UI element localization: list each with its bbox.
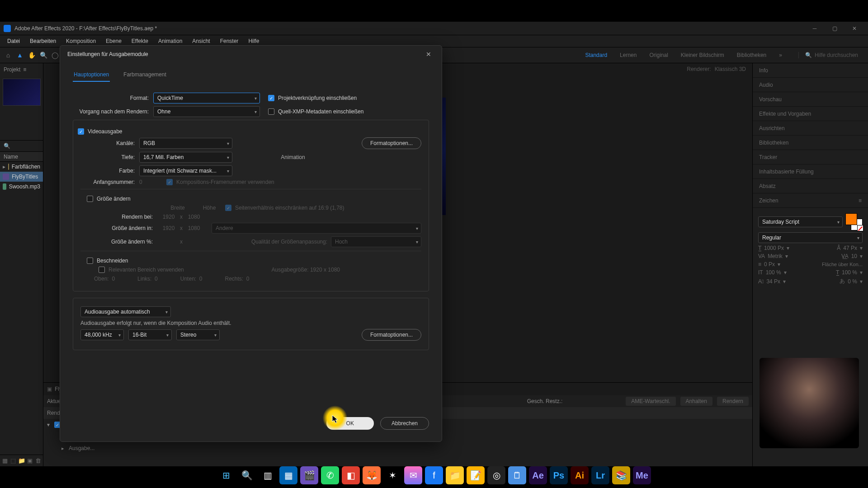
menu-ebene[interactable]: Ebene bbox=[101, 36, 126, 46]
new-folder-icon[interactable]: 📁 bbox=[18, 457, 25, 464]
menu-animation[interactable]: Animation bbox=[154, 36, 187, 46]
illustrator-icon[interactable]: Ai bbox=[571, 466, 589, 484]
menu-bearbeiten[interactable]: Bearbeiten bbox=[25, 36, 61, 46]
project-tab[interactable]: Projekt bbox=[4, 66, 20, 73]
panel-menu-icon[interactable]: ≡ bbox=[859, 197, 862, 204]
resize-checkbox[interactable] bbox=[87, 196, 93, 202]
renderer-value[interactable]: Klassisch 3D bbox=[715, 66, 746, 72]
panel-vorschau[interactable]: Vorschau bbox=[753, 92, 868, 107]
include-project-checkbox[interactable]: ✓ bbox=[268, 95, 274, 101]
format-dropdown[interactable]: QuickTime bbox=[153, 93, 260, 103]
delete-icon[interactable]: 🗑 bbox=[35, 457, 41, 464]
workspace-original[interactable]: Original bbox=[649, 52, 668, 58]
tab-hauptoptionen[interactable]: Hauptoptionen bbox=[73, 68, 110, 81]
baseline-value[interactable]: 34 Px bbox=[766, 278, 780, 285]
selection-tool-icon[interactable]: ▲ bbox=[14, 50, 25, 61]
taskview-icon[interactable]: ▥ bbox=[259, 466, 277, 484]
audio-channels-dropdown[interactable]: Stereo bbox=[176, 329, 220, 340]
audio-rate-dropdown[interactable]: 48,000 kHz bbox=[80, 329, 124, 340]
after-effects-icon[interactable]: Ae bbox=[529, 466, 547, 484]
menu-effekte[interactable]: Effekte bbox=[127, 36, 153, 46]
menu-fenster[interactable]: Fenster bbox=[216, 36, 243, 46]
audio-bit-dropdown[interactable]: 16-Bit bbox=[128, 329, 172, 340]
panel-absatz[interactable]: Absatz bbox=[753, 179, 868, 193]
project-search-icon[interactable]: 🔍 bbox=[4, 143, 10, 149]
hand-tool-icon[interactable]: ✋ bbox=[26, 50, 37, 61]
start-icon[interactable]: ⊞ bbox=[217, 466, 235, 484]
maximize-button[interactable]: ▢ bbox=[825, 22, 844, 35]
lightroom-icon[interactable]: Lr bbox=[591, 466, 609, 484]
postrender-dropdown[interactable]: Ohne bbox=[153, 106, 260, 117]
stroke-value[interactable]: 0 Px bbox=[764, 261, 775, 267]
ame-queue-button[interactable]: AME-Warteschl. bbox=[626, 397, 675, 406]
explorer-icon[interactable]: 📁 bbox=[446, 466, 464, 484]
audio-output-mode-dropdown[interactable]: Audioausgabe automatisch bbox=[80, 306, 171, 317]
tab-farbmanagement[interactable]: Farbmanagement bbox=[123, 68, 167, 81]
tracking-value[interactable]: 10 bbox=[851, 253, 857, 259]
column-name[interactable]: Name bbox=[0, 152, 43, 162]
workspace-overflow-icon[interactable]: » bbox=[779, 52, 782, 58]
channels-dropdown[interactable]: RGB bbox=[139, 138, 232, 149]
project-item-swoosh[interactable]: Swoosh.mp3 bbox=[0, 182, 43, 192]
app-icon[interactable]: ◧ bbox=[342, 466, 360, 484]
project-item-flybytitles[interactable]: FlyByTitles bbox=[0, 172, 43, 182]
depth-dropdown[interactable]: 16,7 Mill. Farben bbox=[139, 152, 232, 163]
photoshop-icon[interactable]: Ps bbox=[550, 466, 568, 484]
workspace-bibliotheken[interactable]: Bibliotheken bbox=[737, 52, 766, 58]
cancel-button[interactable]: Abbrechen bbox=[380, 417, 429, 430]
media-encoder-icon[interactable]: Me bbox=[633, 466, 651, 484]
video-format-options-button[interactable]: Formatoptionen... bbox=[362, 137, 421, 149]
stroke-position[interactable]: Fläche über Kon... bbox=[822, 262, 863, 267]
menu-datei[interactable]: Datei bbox=[3, 36, 24, 46]
hscale-value[interactable]: 100 % bbox=[842, 269, 857, 276]
whatsapp-icon[interactable]: ✆ bbox=[321, 466, 339, 484]
close-window-button[interactable]: ✕ bbox=[844, 22, 864, 35]
crop-checkbox[interactable] bbox=[87, 258, 93, 264]
workspace-standard[interactable]: Standard bbox=[585, 52, 607, 58]
close-icon[interactable]: ✕ bbox=[423, 48, 434, 60]
panel-info[interactable]: Info bbox=[753, 63, 868, 78]
video-output-checkbox[interactable]: ✓ bbox=[78, 128, 84, 135]
tsume-value[interactable]: 0 % bbox=[848, 278, 857, 285]
audio-format-options-button[interactable]: Formatoptionen... bbox=[362, 329, 421, 341]
menu-ansicht[interactable]: Ansicht bbox=[188, 36, 214, 46]
app-icon[interactable]: 🗒 bbox=[508, 466, 526, 484]
app-icon[interactable]: 🎬 bbox=[300, 466, 318, 484]
panel-zeichen[interactable]: Zeichen≡ bbox=[753, 193, 868, 208]
panel-effekte[interactable]: Effekte und Vorgaben bbox=[753, 107, 868, 121]
color-swatch[interactable] bbox=[845, 213, 863, 230]
app-icon[interactable]: ▦ bbox=[279, 466, 297, 484]
home-icon[interactable]: ⌂ bbox=[3, 50, 14, 61]
firefox-icon[interactable]: 🦊 bbox=[363, 466, 381, 484]
orbit-tool-icon[interactable]: ◯ bbox=[50, 50, 61, 61]
font-family-dropdown[interactable]: Saturday Script bbox=[758, 216, 843, 227]
output-module[interactable]: Ausgabe... bbox=[69, 445, 94, 451]
search-icon[interactable]: 🔍 bbox=[805, 52, 812, 58]
zoom-tool-icon[interactable]: 🔍 bbox=[38, 50, 49, 61]
bpc-icon[interactable]: ⬚ bbox=[10, 457, 16, 464]
search-placeholder[interactable]: Hilfe durchsuchen bbox=[815, 52, 858, 58]
app-icon[interactable]: 📝 bbox=[467, 466, 485, 484]
pause-button[interactable]: Anhalten bbox=[680, 397, 712, 406]
project-item-farbflaechen[interactable]: ▸Farbflächen bbox=[0, 162, 43, 172]
font-size[interactable]: 1000 Px bbox=[764, 245, 784, 251]
workspace-kleiner[interactable]: Kleiner Bildschirm bbox=[681, 52, 724, 58]
menu-hilfe[interactable]: Hilfe bbox=[244, 36, 264, 46]
leading-value[interactable]: 47 Px bbox=[843, 245, 857, 251]
panel-ausrichten[interactable]: Ausrichten bbox=[753, 121, 868, 136]
app-icon[interactable]: ✶ bbox=[383, 466, 401, 484]
color-dropdown[interactable]: Integriert (mit Schwarz mask... bbox=[139, 165, 232, 176]
panel-contentaware[interactable]: Inhaltsbasierte Füllung bbox=[753, 164, 868, 179]
messenger-icon[interactable]: ✉ bbox=[404, 466, 422, 484]
font-style-dropdown[interactable]: Regular bbox=[758, 232, 863, 243]
obs-icon[interactable]: ◎ bbox=[487, 466, 505, 484]
vscale-value[interactable]: 100 % bbox=[766, 269, 781, 276]
app-icon[interactable]: 📚 bbox=[612, 466, 630, 484]
minimize-button[interactable]: ─ bbox=[805, 22, 825, 35]
panel-tracker[interactable]: Tracker bbox=[753, 150, 868, 164]
include-xmp-checkbox[interactable] bbox=[268, 108, 274, 115]
panel-menu-icon[interactable]: ≡ bbox=[23, 66, 26, 73]
search-taskbar-icon[interactable]: 🔍 bbox=[238, 466, 256, 484]
interpret-icon[interactable]: ▦ bbox=[2, 457, 8, 464]
new-comp-icon[interactable]: ▣ bbox=[27, 457, 33, 464]
